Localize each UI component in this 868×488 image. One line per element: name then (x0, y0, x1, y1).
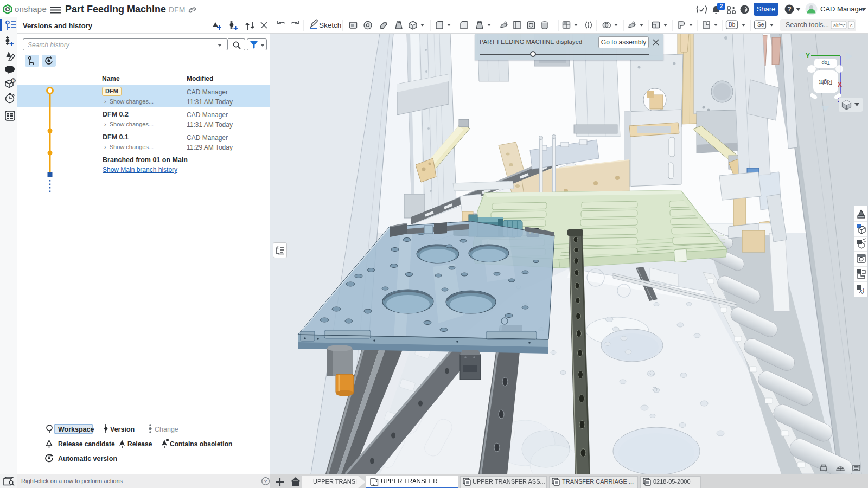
svg-text:Change: Change (155, 426, 178, 433)
svg-text:Release: Release (127, 440, 152, 448)
svg-text:Sketch: Sketch (319, 21, 341, 29)
svg-text:Bb: Bb (729, 22, 736, 28)
svg-text:?: ? (787, 5, 791, 13)
svg-text:?: ? (264, 478, 267, 484)
svg-text:Search tools...: Search tools... (786, 21, 829, 29)
svg-text:?: ? (12, 78, 15, 83)
svg-text:Se: Se (757, 22, 764, 28)
svg-text:X: X (838, 81, 842, 88)
svg-text:Workspace: Workspace (58, 426, 94, 433)
svg-text:alt/⌥: alt/⌥ (833, 23, 845, 28)
svg-text:Version: Version (110, 426, 135, 433)
svg-text:Release candidate: Release candidate (58, 440, 115, 448)
svg-text:Top: Top (821, 60, 829, 66)
svg-text:Automatic version: Automatic version (58, 455, 117, 463)
svg-text:Contains obsoletion: Contains obsoletion (170, 440, 232, 448)
svg-text:x): x) (859, 287, 865, 294)
svg-text:c: c (850, 23, 853, 28)
svg-text:Y: Y (806, 52, 810, 60)
svg-text:Right: Right (819, 79, 833, 86)
